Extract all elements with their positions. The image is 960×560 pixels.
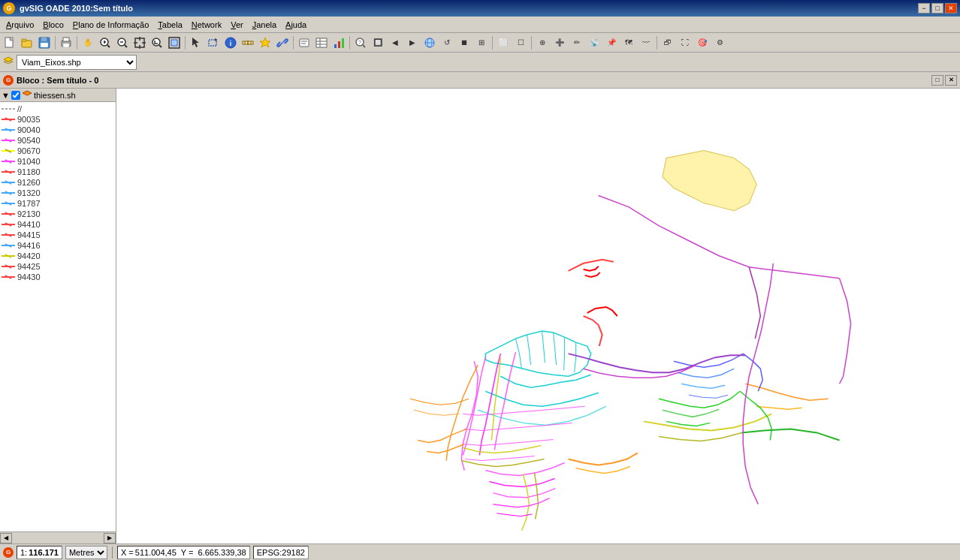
zoom-previous-button[interactable] bbox=[149, 35, 165, 51]
info-button[interactable]: i bbox=[222, 35, 239, 51]
menu-bloco[interactable]: Bloco bbox=[38, 19, 68, 31]
svg-rect-6 bbox=[41, 43, 48, 47]
scroll-track-x[interactable] bbox=[12, 533, 104, 543]
units-select[interactable]: Metres bbox=[65, 546, 107, 559]
menu-ajuda[interactable]: Ajuda bbox=[281, 19, 311, 31]
menu-network[interactable]: Network bbox=[187, 19, 226, 31]
toc-panel: ▼ thiessen.sh // 90035 bbox=[0, 89, 116, 543]
pan-button[interactable]: ✋ bbox=[80, 35, 96, 51]
full-extent-button[interactable] bbox=[166, 35, 183, 51]
zoom-window-button[interactable]: ⊞ bbox=[473, 35, 490, 51]
app-title: gvSIG OADE 2010:Sem título bbox=[20, 4, 133, 13]
table-button[interactable] bbox=[313, 35, 330, 51]
nav-fwd-button[interactable]: ▶ bbox=[404, 35, 421, 51]
scale-value: 116.171 bbox=[29, 548, 59, 557]
toc-scrollbar-x[interactable]: ◀ ▶ bbox=[0, 531, 116, 543]
x-value: 511.004,45 bbox=[135, 548, 177, 557]
zoom-scale-button[interactable]: 🔲 bbox=[370, 35, 386, 51]
add-button[interactable]: ➕ bbox=[551, 35, 568, 51]
query-button[interactable]: ? bbox=[352, 35, 369, 51]
toc-item-4: 91040 bbox=[2, 156, 114, 167]
svg-marker-54 bbox=[4, 62, 13, 64]
map-area[interactable] bbox=[116, 89, 960, 543]
window-button[interactable]: 🗗 bbox=[660, 35, 676, 51]
select-button[interactable] bbox=[188, 35, 204, 51]
minimize-button[interactable]: − bbox=[918, 3, 930, 14]
block-restore-button[interactable]: □ bbox=[931, 75, 943, 86]
hyperlink-button[interactable] bbox=[274, 35, 291, 51]
toc-item-13: 94420 bbox=[2, 251, 114, 261]
title-bar: G gvSIG OADE 2010:Sem título − □ ✕ bbox=[0, 0, 960, 17]
svg-rect-37 bbox=[300, 39, 309, 47]
toc-item-11: 94415 bbox=[2, 230, 114, 240]
svg-rect-0 bbox=[5, 38, 13, 47]
new-button[interactable] bbox=[2, 35, 18, 51]
toc-item-6: 91260 bbox=[2, 177, 114, 188]
stop-button[interactable]: ⏹ bbox=[456, 35, 472, 51]
waypoint-button[interactable]: 📌 bbox=[603, 35, 620, 51]
zoom-in-button[interactable] bbox=[97, 35, 113, 51]
close-button[interactable]: ✕ bbox=[945, 3, 957, 14]
fullscreen-button[interactable]: ⛶ bbox=[677, 35, 693, 51]
layer-checkbox[interactable] bbox=[11, 91, 20, 100]
measure-button[interactable] bbox=[240, 35, 256, 51]
svg-rect-8 bbox=[63, 38, 69, 41]
zoom-extent-button[interactable] bbox=[131, 35, 148, 51]
svg-rect-5 bbox=[41, 38, 47, 41]
svg-line-16 bbox=[125, 45, 127, 47]
scroll-right-button[interactable]: ▶ bbox=[104, 533, 116, 543]
crs-value: EPSG:29182 bbox=[257, 548, 305, 557]
layer-dropdown[interactable]: Viam_Eixos.shp bbox=[17, 55, 137, 70]
menu-plano[interactable]: Plano de Informação bbox=[68, 19, 154, 31]
restore-button[interactable]: □ bbox=[931, 3, 943, 14]
toc-item-9: 92130 bbox=[2, 209, 114, 219]
route-button[interactable]: 🗺 bbox=[620, 35, 637, 51]
svg-marker-53 bbox=[4, 57, 13, 62]
refresh-button[interactable]: ↺ bbox=[439, 35, 455, 51]
menu-janela[interactable]: Janela bbox=[248, 19, 281, 31]
toc-collapse-icon[interactable]: ▼ bbox=[2, 91, 10, 100]
select-rect-button[interactable] bbox=[205, 35, 222, 51]
menu-arquivo[interactable]: Arquivo bbox=[2, 19, 38, 31]
zoom-out-button[interactable] bbox=[114, 35, 131, 51]
nav-back-button[interactable]: ◀ bbox=[387, 35, 403, 51]
toc-layer-icon bbox=[22, 90, 32, 101]
block-icon: G bbox=[3, 75, 14, 86]
toc-line-null bbox=[2, 106, 15, 112]
svg-rect-46 bbox=[342, 38, 344, 48]
crosshair-button[interactable]: ⊕ bbox=[534, 35, 551, 51]
toolbar-main: ✋ i ? 🔲 ◀ ▶ bbox=[0, 33, 960, 53]
crs-section: EPSG:29182 bbox=[253, 546, 309, 559]
svg-marker-26 bbox=[192, 38, 199, 47]
block-titlebar-controls: □ ✕ bbox=[931, 75, 957, 86]
open-button[interactable] bbox=[19, 35, 35, 51]
menu-ver[interactable]: Ver bbox=[226, 19, 248, 31]
menu-tabela[interactable]: Tabela bbox=[153, 19, 186, 31]
toc-item-14: 94425 bbox=[2, 261, 114, 272]
y-value: 6.665.339,38 bbox=[198, 548, 246, 557]
layer-icon-small bbox=[3, 56, 14, 68]
config-button[interactable]: ⚙ bbox=[711, 35, 728, 51]
target-button[interactable]: 🎯 bbox=[694, 35, 711, 51]
svg-rect-89 bbox=[116, 98, 960, 534]
scroll-left-button[interactable]: ◀ bbox=[0, 533, 12, 543]
gps-button[interactable]: 📡 bbox=[586, 35, 602, 51]
print-button[interactable] bbox=[58, 35, 74, 51]
svg-rect-3 bbox=[22, 39, 26, 41]
toc-layer-name: thiessen.sh bbox=[34, 91, 76, 100]
toolbar-sep-1 bbox=[55, 36, 56, 50]
track-button[interactable]: 〰 bbox=[638, 35, 654, 51]
locate-button[interactable] bbox=[257, 35, 273, 51]
globe-button[interactable] bbox=[421, 35, 438, 51]
svg-point-22 bbox=[152, 38, 160, 46]
properties-button[interactable] bbox=[296, 35, 312, 51]
status-sep-1 bbox=[112, 546, 113, 558]
graph-button[interactable] bbox=[331, 35, 347, 51]
block-close-button[interactable]: ✕ bbox=[945, 75, 957, 86]
edit-button[interactable]: ✏ bbox=[569, 35, 585, 51]
deselect-button[interactable]: ☐ bbox=[512, 35, 529, 51]
select-all-button[interactable]: ⬜ bbox=[495, 35, 512, 51]
titlebar-left: G gvSIG OADE 2010:Sem título bbox=[3, 2, 133, 14]
save-button[interactable] bbox=[36, 35, 53, 51]
toc-content: // 90035 90040 90540 bbox=[0, 102, 116, 531]
